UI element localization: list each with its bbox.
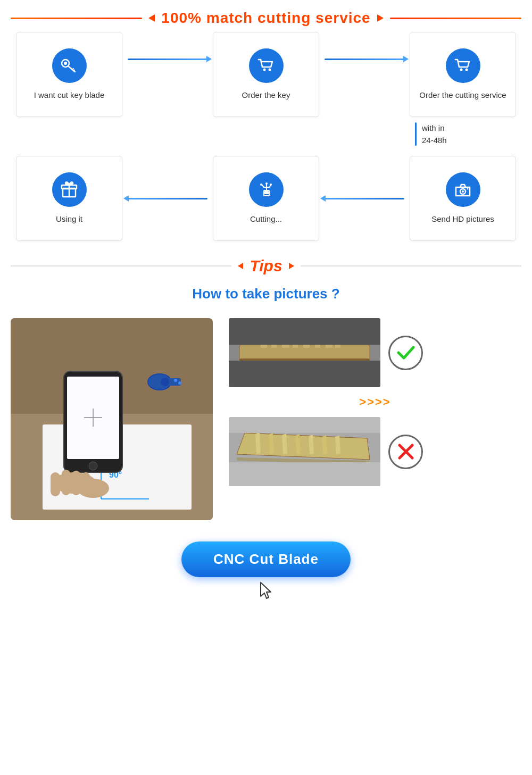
connector4-reverse (325, 198, 404, 199)
header-arrow-right-icon (377, 14, 384, 22)
step3-box: Order the cutting service (410, 32, 516, 117)
step1-label: I want cut key blade (34, 89, 105, 101)
gift-icon (59, 180, 79, 200)
bad-photo-row (229, 417, 521, 486)
step1-box: I want cut key blade (16, 32, 122, 117)
step4-label: Using it (56, 213, 82, 224)
svg-rect-39 (62, 470, 70, 495)
good-key-svg (229, 318, 380, 387)
step6-box: Send HD pictures (410, 156, 516, 241)
header-line-right (390, 18, 521, 19)
tips-section: Tips How to take pictures ? (0, 252, 532, 313)
cart-icon (256, 56, 276, 76)
svg-point-20 (265, 182, 268, 185)
good-photo-row (229, 318, 521, 387)
svg-rect-58 (229, 318, 380, 345)
cart2-icon (453, 56, 473, 76)
steps-container: I want cut key blade Order the key (0, 32, 532, 241)
step4-icon-circle (52, 172, 87, 207)
svg-point-8 (466, 68, 468, 71)
svg-point-6 (269, 68, 271, 71)
svg-point-19 (270, 184, 272, 186)
how-to-title: How to take pictures ? (0, 280, 532, 313)
phone-photo: 90° (11, 318, 213, 520)
camera-icon (453, 180, 473, 200)
cursor-icon (258, 581, 274, 600)
check-mark-good (388, 336, 423, 370)
svg-point-23 (467, 188, 469, 189)
svg-rect-70 (229, 417, 380, 433)
tips-line-right (301, 265, 521, 266)
step3-icon-circle (446, 48, 480, 83)
svg-point-1 (64, 62, 67, 65)
svg-rect-13 (265, 191, 268, 194)
svg-rect-41 (82, 472, 90, 495)
machine-icon (256, 180, 276, 200)
phone-photo-illustration: 90° (11, 318, 213, 520)
step6-label: Send HD pictures (431, 213, 494, 224)
tips-arrow-right-icon (289, 263, 294, 269)
svg-marker-74 (261, 582, 271, 598)
step5-icon-circle (249, 172, 284, 207)
step2-box: Order the key (213, 32, 319, 117)
svg-point-7 (460, 68, 463, 71)
cnc-cut-blade-button[interactable]: CNC Cut Blade (181, 541, 351, 577)
photos-section: 90° (0, 318, 532, 536)
svg-rect-59 (229, 361, 380, 387)
key-photos-column: >>>> (229, 318, 521, 486)
step2-icon-circle (249, 48, 284, 83)
tips-line-left (11, 265, 231, 266)
svg-point-44 (161, 378, 169, 386)
x-mark-bad (388, 435, 423, 469)
svg-point-22 (462, 190, 464, 193)
header-section: 100% match cutting service (0, 0, 532, 32)
step6-icon-circle (446, 172, 480, 207)
step3-label: Order the cutting service (419, 89, 506, 101)
svg-point-46 (178, 381, 181, 385)
svg-rect-40 (72, 471, 80, 495)
tips-header: Tips (0, 252, 532, 280)
bad-key-svg (229, 417, 380, 486)
step4-box: Using it (16, 156, 122, 241)
step2-label: Order the key (242, 89, 290, 101)
cnc-section: CNC Cut Blade (0, 536, 532, 616)
svg-point-45 (174, 379, 177, 382)
header-arrow-left-icon (148, 14, 155, 22)
svg-point-35 (89, 462, 97, 470)
connector3-reverse (128, 198, 207, 199)
vertical-bar (415, 122, 417, 146)
page-title: 100% match cutting service (161, 10, 370, 27)
within-info: with in 24-48h (410, 122, 447, 146)
svg-line-16 (262, 185, 264, 187)
svg-point-18 (260, 184, 262, 186)
checkmark-icon (395, 342, 417, 363)
arrows-indicator: >>>> (229, 393, 521, 412)
connector2 (325, 59, 404, 60)
xmark-icon (395, 441, 417, 462)
svg-point-5 (263, 68, 266, 71)
connector1 (128, 59, 207, 60)
header-line-left (11, 18, 142, 19)
tips-arrow-left-icon (238, 263, 243, 269)
step5-box: Cutting... (213, 156, 319, 241)
keys-icon (59, 56, 79, 76)
step5-label: Cutting... (250, 213, 282, 224)
within-text: with in 24-48h (422, 122, 447, 146)
svg-rect-71 (229, 462, 380, 486)
bad-key-photo (229, 417, 380, 486)
mouse-cursor-icon (258, 581, 274, 600)
svg-rect-38 (51, 472, 60, 496)
good-key-photo (229, 318, 380, 387)
tips-title: Tips (250, 257, 282, 275)
step1-icon-circle (52, 48, 87, 83)
step3-group: Order the cutting service with in 24-48h (410, 32, 516, 146)
